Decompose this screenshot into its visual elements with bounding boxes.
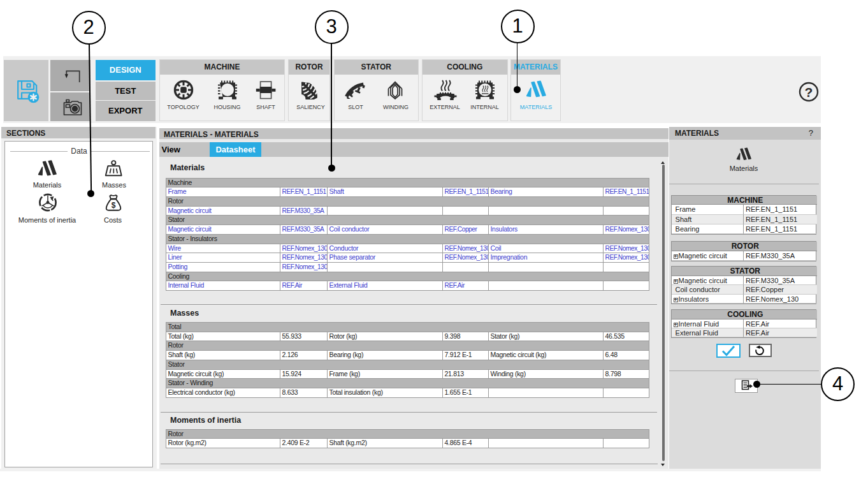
svg-text:?: ? [804, 84, 813, 99]
svg-text:$: $ [111, 201, 115, 210]
